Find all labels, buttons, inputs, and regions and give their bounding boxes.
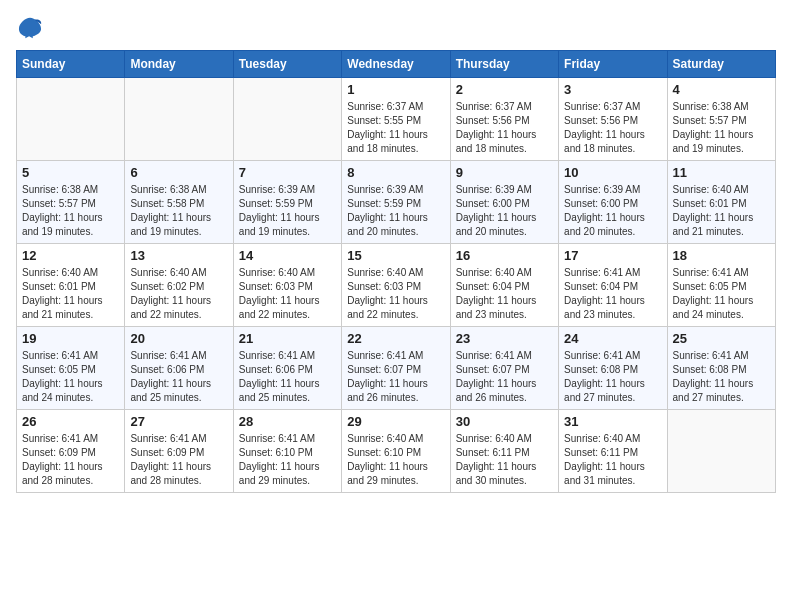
day-cell [17, 78, 125, 161]
day-cell: 4Sunrise: 6:38 AMSunset: 5:57 PMDaylight… [667, 78, 775, 161]
day-info: Sunrise: 6:38 AMSunset: 5:57 PMDaylight:… [22, 183, 119, 239]
day-info: Sunrise: 6:39 AMSunset: 6:00 PMDaylight:… [564, 183, 661, 239]
day-info: Sunrise: 6:38 AMSunset: 5:57 PMDaylight:… [673, 100, 770, 156]
day-cell: 7Sunrise: 6:39 AMSunset: 5:59 PMDaylight… [233, 161, 341, 244]
day-number: 16 [456, 248, 553, 263]
day-info: Sunrise: 6:41 AMSunset: 6:07 PMDaylight:… [347, 349, 444, 405]
day-number: 4 [673, 82, 770, 97]
day-info: Sunrise: 6:40 AMSunset: 6:11 PMDaylight:… [564, 432, 661, 488]
day-number: 22 [347, 331, 444, 346]
day-info: Sunrise: 6:39 AMSunset: 5:59 PMDaylight:… [239, 183, 336, 239]
column-header-thursday: Thursday [450, 51, 558, 78]
day-cell: 10Sunrise: 6:39 AMSunset: 6:00 PMDayligh… [559, 161, 667, 244]
day-number: 3 [564, 82, 661, 97]
day-info: Sunrise: 6:40 AMSunset: 6:03 PMDaylight:… [347, 266, 444, 322]
day-cell: 17Sunrise: 6:41 AMSunset: 6:04 PMDayligh… [559, 244, 667, 327]
day-number: 24 [564, 331, 661, 346]
day-cell [233, 78, 341, 161]
day-cell: 25Sunrise: 6:41 AMSunset: 6:08 PMDayligh… [667, 327, 775, 410]
day-info: Sunrise: 6:41 AMSunset: 6:04 PMDaylight:… [564, 266, 661, 322]
day-number: 5 [22, 165, 119, 180]
week-row-3: 12Sunrise: 6:40 AMSunset: 6:01 PMDayligh… [17, 244, 776, 327]
day-number: 14 [239, 248, 336, 263]
day-info: Sunrise: 6:41 AMSunset: 6:09 PMDaylight:… [22, 432, 119, 488]
day-cell: 12Sunrise: 6:40 AMSunset: 6:01 PMDayligh… [17, 244, 125, 327]
column-header-sunday: Sunday [17, 51, 125, 78]
day-number: 25 [673, 331, 770, 346]
day-number: 27 [130, 414, 227, 429]
day-info: Sunrise: 6:40 AMSunset: 6:11 PMDaylight:… [456, 432, 553, 488]
day-cell: 21Sunrise: 6:41 AMSunset: 6:06 PMDayligh… [233, 327, 341, 410]
week-row-2: 5Sunrise: 6:38 AMSunset: 5:57 PMDaylight… [17, 161, 776, 244]
day-number: 2 [456, 82, 553, 97]
day-info: Sunrise: 6:41 AMSunset: 6:07 PMDaylight:… [456, 349, 553, 405]
column-header-friday: Friday [559, 51, 667, 78]
day-number: 28 [239, 414, 336, 429]
day-number: 13 [130, 248, 227, 263]
day-number: 10 [564, 165, 661, 180]
day-info: Sunrise: 6:41 AMSunset: 6:08 PMDaylight:… [673, 349, 770, 405]
day-number: 1 [347, 82, 444, 97]
day-number: 17 [564, 248, 661, 263]
day-info: Sunrise: 6:41 AMSunset: 6:05 PMDaylight:… [22, 349, 119, 405]
day-info: Sunrise: 6:41 AMSunset: 6:08 PMDaylight:… [564, 349, 661, 405]
day-cell [125, 78, 233, 161]
day-cell: 22Sunrise: 6:41 AMSunset: 6:07 PMDayligh… [342, 327, 450, 410]
week-row-1: 1Sunrise: 6:37 AMSunset: 5:55 PMDaylight… [17, 78, 776, 161]
day-number: 7 [239, 165, 336, 180]
day-number: 11 [673, 165, 770, 180]
day-cell: 5Sunrise: 6:38 AMSunset: 5:57 PMDaylight… [17, 161, 125, 244]
day-number: 18 [673, 248, 770, 263]
day-cell: 19Sunrise: 6:41 AMSunset: 6:05 PMDayligh… [17, 327, 125, 410]
day-cell: 28Sunrise: 6:41 AMSunset: 6:10 PMDayligh… [233, 410, 341, 493]
calendar-table: SundayMondayTuesdayWednesdayThursdayFrid… [16, 50, 776, 493]
day-info: Sunrise: 6:41 AMSunset: 6:09 PMDaylight:… [130, 432, 227, 488]
day-cell: 13Sunrise: 6:40 AMSunset: 6:02 PMDayligh… [125, 244, 233, 327]
column-header-monday: Monday [125, 51, 233, 78]
day-info: Sunrise: 6:41 AMSunset: 6:10 PMDaylight:… [239, 432, 336, 488]
day-number: 30 [456, 414, 553, 429]
day-info: Sunrise: 6:37 AMSunset: 5:56 PMDaylight:… [456, 100, 553, 156]
day-info: Sunrise: 6:41 AMSunset: 6:05 PMDaylight:… [673, 266, 770, 322]
day-number: 23 [456, 331, 553, 346]
day-info: Sunrise: 6:41 AMSunset: 6:06 PMDaylight:… [130, 349, 227, 405]
day-info: Sunrise: 6:39 AMSunset: 5:59 PMDaylight:… [347, 183, 444, 239]
day-info: Sunrise: 6:41 AMSunset: 6:06 PMDaylight:… [239, 349, 336, 405]
logo [16, 16, 48, 40]
day-number: 12 [22, 248, 119, 263]
day-info: Sunrise: 6:39 AMSunset: 6:00 PMDaylight:… [456, 183, 553, 239]
page-header [16, 16, 776, 40]
header-row: SundayMondayTuesdayWednesdayThursdayFrid… [17, 51, 776, 78]
day-cell: 3Sunrise: 6:37 AMSunset: 5:56 PMDaylight… [559, 78, 667, 161]
day-cell: 14Sunrise: 6:40 AMSunset: 6:03 PMDayligh… [233, 244, 341, 327]
day-info: Sunrise: 6:40 AMSunset: 6:02 PMDaylight:… [130, 266, 227, 322]
day-cell: 30Sunrise: 6:40 AMSunset: 6:11 PMDayligh… [450, 410, 558, 493]
column-header-wednesday: Wednesday [342, 51, 450, 78]
day-cell [667, 410, 775, 493]
day-cell: 8Sunrise: 6:39 AMSunset: 5:59 PMDaylight… [342, 161, 450, 244]
column-header-tuesday: Tuesday [233, 51, 341, 78]
day-cell: 2Sunrise: 6:37 AMSunset: 5:56 PMDaylight… [450, 78, 558, 161]
day-number: 6 [130, 165, 227, 180]
day-number: 21 [239, 331, 336, 346]
day-info: Sunrise: 6:40 AMSunset: 6:10 PMDaylight:… [347, 432, 444, 488]
day-number: 26 [22, 414, 119, 429]
day-number: 15 [347, 248, 444, 263]
day-number: 20 [130, 331, 227, 346]
day-cell: 6Sunrise: 6:38 AMSunset: 5:58 PMDaylight… [125, 161, 233, 244]
day-cell: 18Sunrise: 6:41 AMSunset: 6:05 PMDayligh… [667, 244, 775, 327]
day-cell: 11Sunrise: 6:40 AMSunset: 6:01 PMDayligh… [667, 161, 775, 244]
day-info: Sunrise: 6:40 AMSunset: 6:01 PMDaylight:… [673, 183, 770, 239]
day-number: 29 [347, 414, 444, 429]
day-info: Sunrise: 6:38 AMSunset: 5:58 PMDaylight:… [130, 183, 227, 239]
day-cell: 24Sunrise: 6:41 AMSunset: 6:08 PMDayligh… [559, 327, 667, 410]
day-cell: 15Sunrise: 6:40 AMSunset: 6:03 PMDayligh… [342, 244, 450, 327]
day-number: 19 [22, 331, 119, 346]
day-cell: 1Sunrise: 6:37 AMSunset: 5:55 PMDaylight… [342, 78, 450, 161]
column-header-saturday: Saturday [667, 51, 775, 78]
day-cell: 16Sunrise: 6:40 AMSunset: 6:04 PMDayligh… [450, 244, 558, 327]
day-cell: 23Sunrise: 6:41 AMSunset: 6:07 PMDayligh… [450, 327, 558, 410]
day-cell: 31Sunrise: 6:40 AMSunset: 6:11 PMDayligh… [559, 410, 667, 493]
day-info: Sunrise: 6:40 AMSunset: 6:03 PMDaylight:… [239, 266, 336, 322]
day-info: Sunrise: 6:37 AMSunset: 5:55 PMDaylight:… [347, 100, 444, 156]
